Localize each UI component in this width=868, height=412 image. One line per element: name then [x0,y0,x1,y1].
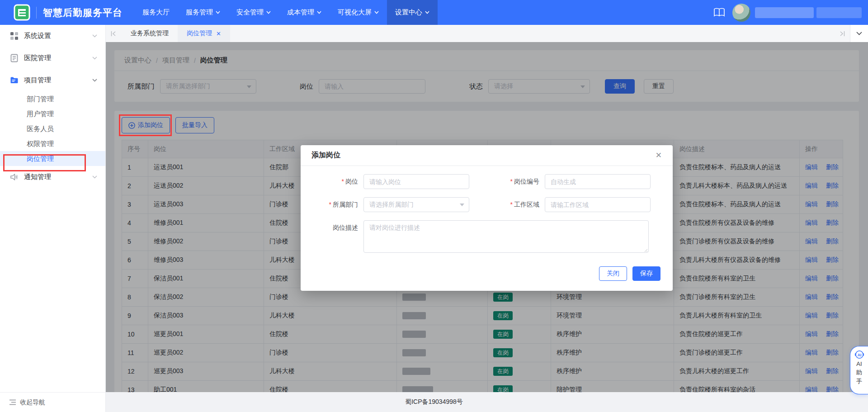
chevron-down-icon [92,79,97,82]
modal-close-button[interactable]: 关闭 [599,266,627,281]
collapse-icon [9,399,16,405]
tabs-scroll-right-icon[interactable] [834,25,850,42]
sidebar-item-hospital-mgmt[interactable]: 医院管理 [0,47,105,69]
tab-position-mgmt[interactable]: 岗位管理✕ [178,25,230,42]
main-content: 设置中心 / 项目管理 / 岗位管理 所属部门 请所属选择部门 岗位 状态 请选… [105,42,868,392]
sidebar-item-project-mgmt[interactable]: 项目管理 [0,69,105,91]
speaker-icon [10,173,19,181]
position-input[interactable] [363,174,469,189]
menu-item-dashboard[interactable]: 可视化大屏 [330,0,387,25]
chevron-down-icon [92,57,97,60]
chevron-down-icon [317,11,321,14]
ai-assistant-button[interactable]: AI AI 助 手 [850,346,868,394]
menu-item-settings-center[interactable]: 设置中心 [387,0,438,25]
chevron-down-icon [92,175,97,179]
tab-close-icon[interactable]: ✕ [216,30,221,37]
collapse-nav-button[interactable]: 收起导航 [0,392,105,412]
modal-row-2: *所属部门 请选择所属部门 *工作区域 [301,197,673,212]
menu-item-cost-mgmt[interactable]: 成本管理 [279,0,330,25]
chevron-down-icon [425,11,429,14]
tabs-dropdown-icon[interactable] [850,25,868,42]
menu-item-safety-mgmt[interactable]: 安全管理 [228,0,279,25]
modal-row-3: 岗位描述 [301,220,673,255]
sidebar-item-department-mgmt[interactable]: 部门管理 [0,91,105,106]
app-logo-icon [14,4,30,21]
sidebar-item-notification-mgmt[interactable]: 通知管理 [0,166,105,188]
sidebar-item-permission-mgmt[interactable]: 权限管理 [0,136,105,151]
ai-icon: AI [854,350,864,360]
position-code-input[interactable] [545,174,651,189]
chevron-down-icon [216,11,220,14]
navbar-divider [36,7,37,19]
manual-book-icon[interactable] [713,8,725,18]
position-desc-label: 岗位描述 [301,220,363,235]
chevron-down-icon [266,11,271,14]
tabbar: 业务系统管理 岗位管理✕ [105,25,868,42]
document-icon [10,54,19,62]
modal-row-1: *岗位 *岗位编号 [301,174,673,189]
app-title: 智慧后勤服务平台 [43,6,123,19]
modal-dept-select[interactable]: 请选择所属部门 [363,197,469,212]
tab-business-system-mgmt[interactable]: 业务系统管理 [122,25,178,42]
select-caret-icon [460,204,464,206]
app-root: 智慧后勤服务平台 服务大厅 服务管理 安全管理 成本管理 可视化大屏 设置中心 … [0,0,868,412]
sidebar-item-position-mgmt[interactable]: 岗位管理 [0,151,105,166]
add-position-modal: 添加岗位 ✕ *岗位 *岗位编号 *所属部门 请选择所属部门 *工作区域 岗位描… [301,145,673,291]
tabs-scroll-left-icon[interactable] [105,25,122,42]
position-label: *岗位 [301,174,363,189]
position-desc-textarea[interactable] [363,220,649,253]
modal-dept-label: *所属部门 [301,197,363,212]
sidebar: 系统设置 医院管理 项目管理 部门管理 用户管理 医务人员 权限管理 岗位管理 … [0,25,105,412]
close-icon[interactable]: ✕ [656,152,662,159]
sidebar-item-medical-staff[interactable]: 医务人员 [0,121,105,136]
role-redacted [816,7,862,18]
modal-save-button[interactable]: 保存 [632,266,660,281]
modal-title: 添加岗位 [311,151,340,160]
svg-text:AI: AI [857,353,861,357]
menu-item-service-mgmt[interactable]: 服务管理 [178,0,228,25]
icp-text: 蜀ICP备19034998号 [405,398,463,406]
sidebar-item-user-mgmt[interactable]: 用户管理 [0,106,105,121]
work-area-label: *工作区域 [469,197,545,212]
main-menu: 服务大厅 服务管理 安全管理 成本管理 可视化大屏 设置中心 [134,0,438,25]
username-redacted [755,7,814,18]
sidebar-item-system-settings[interactable]: 系统设置 [0,25,105,47]
work-area-input[interactable] [545,197,651,212]
position-code-label: *岗位编号 [469,174,545,189]
navbar-right [713,4,868,22]
user-avatar[interactable] [732,4,750,22]
modal-footer: 关闭 保存 [301,266,673,281]
modal-header: 添加岗位 ✕ [301,145,673,166]
chevron-down-icon [92,34,97,38]
page-footer: 蜀ICP备19034998号 [0,392,868,412]
tabbar-right [834,25,868,42]
grid-icon [10,32,19,40]
menu-item-service-hall[interactable]: 服务大厅 [134,0,178,25]
top-navbar: 智慧后勤服务平台 服务大厅 服务管理 安全管理 成本管理 可视化大屏 设置中心 [0,0,868,25]
chevron-down-icon [374,11,379,14]
folder-icon [10,76,19,85]
